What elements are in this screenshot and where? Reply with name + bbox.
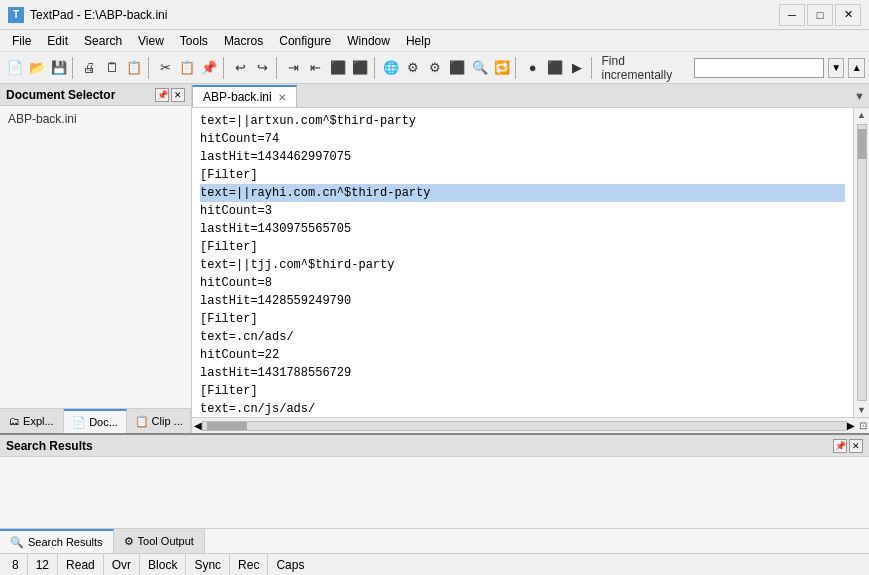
replace-btn[interactable]: 🔁 xyxy=(491,57,512,79)
search-results-panel: Search Results 📌 ✕ 🔍 Search Results ⚙ To… xyxy=(0,433,869,553)
status-ovr: Ovr xyxy=(104,554,140,575)
paste-button[interactable]: 📌 xyxy=(199,57,220,79)
indent-button[interactable]: ⇥ xyxy=(283,57,304,79)
search-panel-pin[interactable]: 📌 xyxy=(833,439,847,453)
doc-selector-controls: 📌 ✕ xyxy=(155,88,185,102)
copy-button[interactable]: 📋 xyxy=(177,57,198,79)
toolbar-sep-3 xyxy=(223,57,227,79)
workspace: Document Selector 📌 ✕ ABP-back.ini 🗂 Exp… xyxy=(0,84,869,433)
outdent-button[interactable]: ⇤ xyxy=(305,57,326,79)
menu-tools[interactable]: Tools xyxy=(172,32,216,50)
title-bar: T TextPad - E:\ABP-back.ini ─ □ ✕ xyxy=(0,0,869,30)
clip-icon: 📋 xyxy=(135,415,149,428)
editor-text: text=||artxun.com^$third-party hitCount=… xyxy=(192,108,853,417)
window-controls: ─ □ ✕ xyxy=(779,4,861,26)
tools-button[interactable]: ⚙ xyxy=(403,57,424,79)
doc-selector-close[interactable]: ✕ xyxy=(171,88,185,102)
search-panel-title: Search Results xyxy=(6,439,93,453)
record-button[interactable]: ⬛ xyxy=(447,57,468,79)
document-selector-panel: Document Selector 📌 ✕ ABP-back.ini 🗂 Exp… xyxy=(0,84,192,433)
ds-tab-clip-label: Clip ... xyxy=(152,415,183,427)
toolbar-sep-7 xyxy=(591,57,595,79)
search-results-icon: 🔍 xyxy=(10,536,24,549)
doc-selector-pin[interactable]: 📌 xyxy=(155,88,169,102)
menu-help[interactable]: Help xyxy=(398,32,439,50)
menu-window[interactable]: Window xyxy=(339,32,398,50)
search-btn[interactable]: 🔍 xyxy=(469,57,490,79)
scroll-track[interactable] xyxy=(857,124,867,401)
save-button[interactable]: 💾 xyxy=(48,57,69,79)
h-scrollbar-end[interactable]: ⊡ xyxy=(859,420,867,431)
search-panel-controls: 📌 ✕ xyxy=(833,439,863,453)
doc-selector-items: ABP-back.ini xyxy=(0,106,191,408)
open-button[interactable]: 📂 xyxy=(26,57,47,79)
search-panel-content xyxy=(0,457,869,528)
doc-selector-header: Document Selector 📌 ✕ xyxy=(0,84,191,106)
new-button[interactable]: 📄 xyxy=(4,57,25,79)
play-btn[interactable]: ▶ xyxy=(566,57,587,79)
find-incrementally-label: Find incrementally xyxy=(602,54,690,82)
maximize-button[interactable]: □ xyxy=(807,4,833,26)
ds-tab-expl-label: Expl... xyxy=(23,415,54,427)
scroll-right-icon[interactable]: ▶ xyxy=(847,420,855,431)
editor-scrollbar-horizontal[interactable]: ◀ ▶ ⊡ xyxy=(192,417,869,433)
ds-tab-doc[interactable]: 📄 Doc... xyxy=(64,409,128,433)
scroll-down-icon[interactable]: ▼ xyxy=(855,403,869,417)
find-prev-button[interactable]: ▼ xyxy=(828,58,845,78)
editor-tab-label: ABP-back.ini xyxy=(203,90,272,104)
tab-close-icon[interactable]: ✕ xyxy=(278,92,286,103)
sp-tab-tool-output[interactable]: ⚙ Tool Output xyxy=(114,529,205,553)
minimize-button[interactable]: ─ xyxy=(779,4,805,26)
close-button[interactable]: ✕ xyxy=(835,4,861,26)
search-panel-tabs: 🔍 Search Results ⚙ Tool Output xyxy=(0,528,869,553)
menu-macros[interactable]: Macros xyxy=(216,32,271,50)
status-col: 12 xyxy=(28,554,58,575)
align-right-button[interactable]: ⬛ xyxy=(349,57,370,79)
editor-content[interactable]: text=||artxun.com^$third-party hitCount=… xyxy=(192,108,853,417)
editor-tab-bar: ABP-back.ini ✕ ▼ xyxy=(192,84,869,108)
menu-search[interactable]: Search xyxy=(76,32,130,50)
doc-item-abp[interactable]: ABP-back.ini xyxy=(2,110,189,128)
print-preview-button[interactable]: 🗒 xyxy=(101,57,122,79)
h-scroll-track[interactable] xyxy=(202,421,847,431)
print-button[interactable]: 🖨 xyxy=(79,57,100,79)
ds-tab-explorer[interactable]: 🗂 Expl... xyxy=(0,409,64,433)
toolbar-sep-2 xyxy=(148,57,152,79)
menu-configure[interactable]: Configure xyxy=(271,32,339,50)
menu-bar: File Edit Search View Tools Macros Confi… xyxy=(0,30,869,52)
status-line: 8 xyxy=(4,554,28,575)
scroll-thumb[interactable] xyxy=(858,129,866,159)
editor-tab-scroll[interactable]: ▼ xyxy=(854,90,865,102)
doc-selector-title: Document Selector xyxy=(6,88,115,102)
toolbar-sep-4 xyxy=(276,57,280,79)
h-scroll-thumb[interactable] xyxy=(207,422,247,430)
toolbar-sep-5 xyxy=(374,57,378,79)
spell-button[interactable]: 🌐 xyxy=(380,57,401,79)
macro-button[interactable]: ⚙ xyxy=(425,57,446,79)
toolbar: 📄 📂 💾 🖨 🗒 📋 ✂ 📋 📌 ↩ ↪ ⇥ ⇤ ⬛ ⬛ 🌐 ⚙ ⚙ ⬛ 🔍 … xyxy=(0,52,869,84)
scroll-up-icon[interactable]: ▲ xyxy=(855,108,869,122)
bar-btn[interactable]: ⬛ xyxy=(544,57,565,79)
find-next-button[interactable]: ▲ xyxy=(848,58,865,78)
dot-btn[interactable]: ● xyxy=(522,57,543,79)
menu-file[interactable]: File xyxy=(4,32,39,50)
menu-view[interactable]: View xyxy=(130,32,172,50)
ds-tab-clip[interactable]: 📋 Clip ... xyxy=(127,409,191,433)
editor-scrollbar-vertical[interactable]: ▲ ▼ xyxy=(853,108,869,417)
align-left-button[interactable]: ⬛ xyxy=(327,57,348,79)
editor-area: ABP-back.ini ✕ ▼ text=||artxun.com^$thir… xyxy=(192,84,869,433)
undo-button[interactable]: ↩ xyxy=(230,57,251,79)
redo-button[interactable]: ↪ xyxy=(252,57,273,79)
main-content: Document Selector 📌 ✕ ABP-back.ini 🗂 Exp… xyxy=(0,84,869,553)
editor-tab-abp[interactable]: ABP-back.ini ✕ xyxy=(192,85,297,107)
sp-tab-tool-label: Tool Output xyxy=(138,535,194,547)
sp-tab-search-label: Search Results xyxy=(28,536,103,548)
pagesetup-button[interactable]: 📋 xyxy=(124,57,145,79)
tool-output-icon: ⚙ xyxy=(124,535,134,548)
cut-button[interactable]: ✂ xyxy=(155,57,176,79)
sp-tab-search[interactable]: 🔍 Search Results xyxy=(0,529,114,553)
scroll-left-icon[interactable]: ◀ xyxy=(194,420,202,431)
find-incrementally-input[interactable] xyxy=(694,58,824,78)
menu-edit[interactable]: Edit xyxy=(39,32,76,50)
search-panel-close[interactable]: ✕ xyxy=(849,439,863,453)
